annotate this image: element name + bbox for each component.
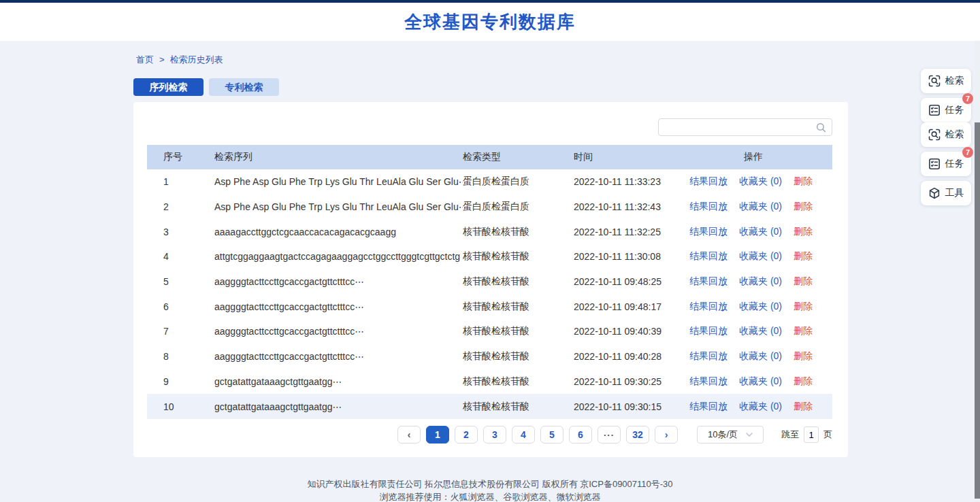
row-number: 4: [147, 251, 214, 262]
page-number-button[interactable]: 5: [540, 426, 564, 444]
breadcrumb-home[interactable]: 首页: [136, 54, 154, 65]
row-number: 3: [147, 227, 214, 237]
replay-link[interactable]: 结果回放: [689, 375, 728, 388]
replay-link[interactable]: 结果回放: [689, 325, 728, 337]
history-card: 序号 检索序列 检索类型 时间 操作 1 Asp Phe Asp Glu Phe…: [133, 102, 848, 457]
table-row: 3 aaaagaccttggctcgcaaccacacagacacgcaagg …: [147, 219, 832, 244]
row-time: 2022-10-11 09:30:25: [574, 376, 689, 387]
page-number-button[interactable]: 6: [569, 426, 592, 444]
delete-link[interactable]: 删除: [794, 401, 813, 413]
delete-link[interactable]: 删除: [794, 350, 813, 363]
breadcrumb-current: 检索历史列表: [170, 54, 223, 65]
page-ellipsis-button[interactable]: ···: [598, 426, 621, 444]
table-row: 10 gctgatattgataaagctgttgaatgg⋯ 核苷酸检核苷酸 …: [147, 394, 832, 419]
row-number: 1: [147, 176, 214, 187]
task-list-icon: [928, 104, 941, 116]
favorite-link[interactable]: 收藏夹 (0): [739, 201, 782, 213]
column-header-sequence: 检索序列: [214, 151, 463, 163]
replay-link[interactable]: 结果回放: [689, 201, 728, 213]
favorite-link[interactable]: 收藏夹 (0): [739, 401, 782, 413]
replay-link[interactable]: 结果回放: [689, 250, 728, 263]
replay-link[interactable]: 结果回放: [689, 301, 728, 313]
page-number-button[interactable]: 1: [426, 426, 449, 444]
row-number: 8: [147, 351, 214, 362]
jump-page-input[interactable]: [804, 426, 819, 443]
row-type: 核苷酸检核苷酸: [463, 275, 574, 288]
replay-link[interactable]: 结果回放: [689, 350, 728, 363]
footer-copyright: 知识产权出版社有限责任公司 拓尔思信息技术股份有限公司 版权所有 京ICP备09…: [0, 478, 980, 490]
favorite-link[interactable]: 收藏夹 (0): [739, 375, 782, 388]
row-number: 10: [147, 401, 214, 412]
favorite-link[interactable]: 收藏夹 (0): [739, 301, 782, 313]
delete-link[interactable]: 删除: [794, 226, 813, 238]
row-number: 7: [147, 326, 214, 337]
delete-link[interactable]: 删除: [794, 375, 813, 388]
delete-link[interactable]: 删除: [794, 175, 813, 188]
page-size-select[interactable]: 10条/页: [697, 426, 764, 444]
search-mode-tabs: 序列检索 专利检索: [133, 78, 279, 96]
row-number: 2: [147, 201, 214, 212]
sidebar-item-search-2[interactable]: 检索: [921, 122, 971, 147]
delete-link[interactable]: 删除: [794, 301, 813, 313]
replay-link[interactable]: 结果回放: [689, 401, 728, 413]
page-number-button[interactable]: 32: [626, 426, 649, 444]
replay-link[interactable]: 结果回放: [689, 175, 728, 188]
table-search-box: [658, 118, 832, 136]
jump-unit: 页: [823, 429, 832, 441]
column-header-actions: 操作: [689, 151, 832, 163]
sidebar-item-label: 任务: [945, 158, 964, 170]
row-type: 蛋白质检蛋白质: [463, 175, 574, 188]
row-type: 蛋白质检蛋白质: [463, 201, 574, 213]
row-time: 2022-10-11 09:48:17: [574, 301, 689, 312]
table-row: 9 gctgatattgataaagctgttgaatgg⋯ 核苷酸检核苷酸 2…: [147, 369, 832, 395]
page-number-button[interactable]: 2: [455, 426, 478, 444]
next-page-button[interactable]: ›: [655, 426, 678, 444]
breadcrumb: 首页>检索历史列表: [133, 54, 226, 66]
favorite-link[interactable]: 收藏夹 (0): [739, 226, 782, 238]
row-sequence: Asp Phe Asp Glu Phe Trp Lys Glu Thr LeuA…: [214, 176, 463, 187]
delete-link[interactable]: 删除: [794, 201, 813, 213]
row-sequence: aaggggtacttccttgcaccgactgttctttcc⋯: [214, 351, 463, 362]
notification-badge: 7: [962, 147, 973, 158]
sidebar-item-tasks-2[interactable]: 任务 7: [921, 152, 971, 176]
page-number-button[interactable]: 3: [483, 426, 506, 444]
row-time: 2022-10-11 11:30:08: [574, 251, 689, 262]
replay-link[interactable]: 结果回放: [689, 275, 728, 288]
sidebar-item-tools[interactable]: 工具: [921, 181, 971, 205]
row-type: 核苷酸检核苷酸: [463, 401, 574, 413]
delete-link[interactable]: 删除: [794, 250, 813, 263]
favorite-link[interactable]: 收藏夹 (0): [739, 275, 782, 288]
tab-sequence-search[interactable]: 序列检索: [133, 78, 203, 96]
favorite-link[interactable]: 收藏夹 (0): [739, 325, 782, 337]
prev-page-button[interactable]: ‹: [397, 426, 421, 444]
page-number-button[interactable]: 4: [512, 426, 535, 444]
row-type: 核苷酸检核苷酸: [463, 226, 574, 238]
favorite-link[interactable]: 收藏夹 (0): [739, 250, 782, 263]
scan-search-icon: [928, 129, 941, 141]
row-type: 核苷酸检核苷酸: [463, 350, 574, 363]
search-input[interactable]: [659, 120, 816, 135]
row-time: 2022-10-11 09:48:25: [574, 276, 689, 287]
row-sequence: gctgatattgataaagctgttgaatgg⋯: [214, 401, 463, 412]
search-icon[interactable]: [816, 122, 826, 133]
row-time: 2022-10-11 09:40:39: [574, 326, 689, 337]
task-list-icon: [928, 158, 941, 170]
row-number: 5: [147, 276, 214, 287]
row-time: 2022-10-11 11:32:25: [574, 227, 689, 237]
scrollbar-thumb[interactable]: [975, 122, 980, 499]
row-sequence: gctgatattgataaagctgttgaatgg⋯: [214, 376, 463, 387]
sidebar-item-search-1[interactable]: 检索: [921, 69, 971, 93]
notification-badge: 7: [962, 93, 973, 104]
replay-link[interactable]: 结果回放: [689, 226, 728, 238]
favorite-link[interactable]: 收藏夹 (0): [739, 175, 782, 188]
app-header: 全球基因专利数据库: [0, 3, 980, 41]
column-header-type: 检索类型: [463, 151, 574, 163]
delete-link[interactable]: 删除: [794, 325, 813, 337]
row-sequence: aaaagaccttggctcgcaaccacacagacacgcaagg: [214, 227, 463, 237]
favorite-link[interactable]: 收藏夹 (0): [739, 350, 782, 363]
delete-link[interactable]: 删除: [794, 275, 813, 288]
row-type: 核苷酸检核苷酸: [463, 301, 574, 313]
table-row: 1 Asp Phe Asp Glu Phe Trp Lys Glu Thr Le…: [147, 169, 832, 195]
tab-patent-search[interactable]: 专利检索: [209, 78, 279, 96]
sidebar-item-tasks-1[interactable]: 任务 7: [921, 98, 971, 122]
